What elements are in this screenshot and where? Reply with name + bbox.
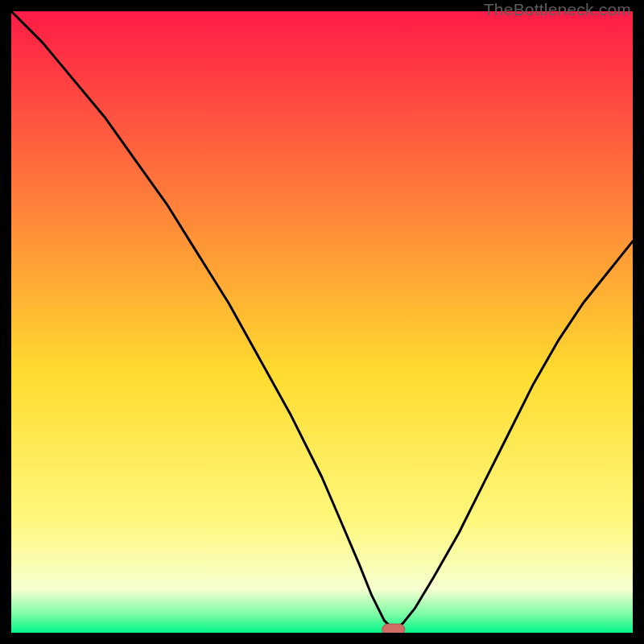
gradient-background — [11, 11, 633, 633]
watermark-text: TheBottleneck.com — [484, 0, 631, 19]
bottleneck-chart — [11, 11, 633, 633]
optimum-marker — [382, 624, 405, 633]
chart-frame — [11, 11, 633, 633]
